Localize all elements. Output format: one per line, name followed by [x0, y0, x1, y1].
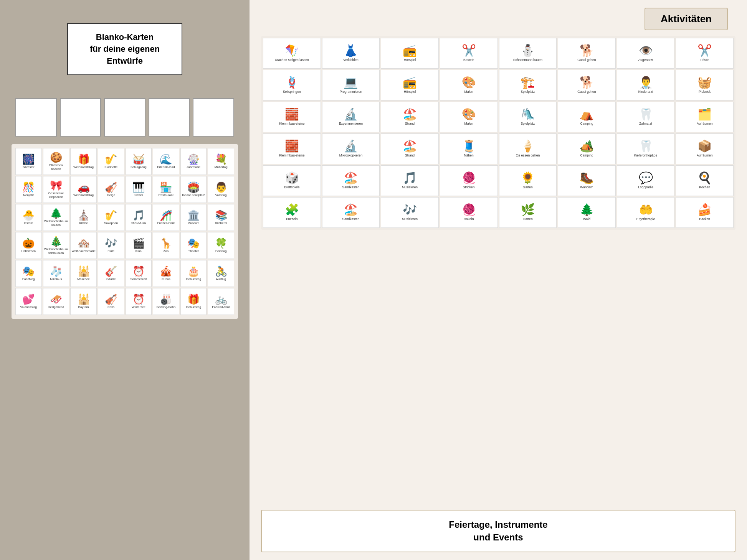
- blank-card-3: [104, 98, 145, 137]
- card-item: ⏰Sommerzeit: [126, 260, 152, 287]
- activity-label: Klemmbau-steine: [279, 153, 304, 157]
- card-label: Cello: [107, 305, 114, 309]
- activity-icon: 👗: [344, 45, 358, 56]
- card-label: Kino: [136, 249, 142, 253]
- activity-label: Logopädie: [638, 185, 653, 189]
- card-label: Weihnachtsmarkt: [72, 249, 96, 253]
- card-icon: 👨: [215, 182, 227, 192]
- card-item: 🏪Restaurant: [153, 176, 179, 203]
- activity-label: Strand: [405, 153, 415, 157]
- activity-label: Picknick: [699, 90, 711, 94]
- activity-icon: 🐕: [580, 45, 594, 56]
- card-label: Bayram: [78, 305, 89, 309]
- card-item: 🕌Moschee: [70, 260, 97, 287]
- activity-label: Wald: [583, 217, 590, 221]
- card-icon: 🎹: [132, 182, 145, 192]
- activity-item: ✂️Frisör: [676, 38, 734, 69]
- activity-label: Hörspiel: [404, 58, 416, 62]
- card-item: ⛪Kirche: [70, 204, 97, 231]
- activity-label: Garten: [523, 185, 533, 189]
- activity-item: 🐕Gassi-gehen: [558, 70, 616, 100]
- activity-icon: 👁️: [639, 45, 653, 56]
- card-label: Schlagzeug: [131, 165, 147, 169]
- activity-label: Hörspiel: [404, 90, 416, 94]
- card-icon: 🎳: [160, 294, 172, 304]
- card-icon: 🏘️: [78, 238, 90, 248]
- card-item: 🎀Geschenke einpacken: [43, 176, 69, 203]
- card-item: 👨Vatertag: [208, 176, 234, 203]
- card-icon: 🎂: [187, 266, 200, 276]
- card-item: 🎸Gitarre: [98, 260, 124, 287]
- activity-item: ✂️Basteln: [440, 38, 498, 69]
- activity-icon: 💻: [344, 77, 358, 88]
- activity-icon: 🌻: [521, 172, 535, 184]
- card-icon: 🏛️: [187, 210, 200, 220]
- card-icon: 🧦: [50, 266, 62, 276]
- activity-label: Augenarzt: [638, 58, 653, 62]
- activity-item: ⛄Schneemann bauen: [499, 38, 557, 69]
- card-icon: ⏰: [132, 266, 145, 276]
- activity-label: Kochen: [699, 185, 710, 189]
- activity-item: 🎵Musizieren: [381, 165, 439, 196]
- holiday-card-grid: 🎆Silvester🍪Plätzchen backen🎁Weihnachtsta…: [15, 148, 234, 315]
- activity-item: 🌿Garten: [499, 197, 557, 228]
- activity-item: 🌻Garten: [499, 165, 557, 196]
- activity-item: 🦷Kieferorthopäde: [617, 133, 675, 164]
- activity-icon: 🏖️: [344, 204, 358, 216]
- card-label: Gitarre: [106, 277, 116, 281]
- activity-item: 🎲Brettspiele: [263, 165, 321, 196]
- activity-icon: ✂️: [462, 45, 476, 56]
- card-item: 🎃Halloween: [15, 232, 42, 259]
- card-icon: 🕌: [78, 266, 90, 276]
- activity-item: 🔬Mikroskop-ieren: [322, 133, 380, 164]
- card-label: Fahrrad-Tour: [212, 305, 230, 309]
- activity-item: 🎨Malen: [440, 102, 498, 132]
- activity-label: Nähen: [464, 153, 474, 157]
- activity-label: Spielplatz: [521, 90, 535, 94]
- card-icon: 🏟️: [187, 182, 200, 192]
- activity-icon: 🌲: [580, 204, 594, 216]
- card-icon: 💐: [215, 154, 227, 164]
- card-item: 🏘️Weihnachtsmarkt: [70, 232, 97, 259]
- card-icon: 🎭: [187, 238, 200, 248]
- card-item: 🎻Cello: [98, 288, 124, 315]
- card-icon: 🎀: [50, 180, 62, 190]
- card-label: Nikolaus: [50, 277, 62, 281]
- activity-label: Gassi-gehen: [577, 58, 596, 62]
- activity-item: 🍦Eis essen gehen: [499, 133, 557, 164]
- activity-icon: 🌿: [521, 204, 535, 216]
- card-label: Circus: [162, 277, 170, 281]
- activity-item: 🧶Häkeln: [440, 197, 498, 228]
- activity-icon: 🎨: [462, 109, 476, 120]
- activity-item: 🏖️Strand: [381, 133, 439, 164]
- card-item: 🎁Weihnachtstag: [70, 148, 97, 175]
- activity-label: Frisör: [701, 58, 709, 62]
- activity-icon: ⛄: [521, 45, 535, 56]
- card-label: Zoo: [164, 249, 169, 253]
- activity-label: Brettspiele: [284, 185, 299, 189]
- card-label: Chor/Musik: [131, 221, 146, 225]
- blanko-title: Blanko-Karten für deine eigenen Entwürfe: [79, 31, 170, 67]
- card-label: Valentinstag: [20, 305, 37, 309]
- activity-icon: 🎲: [285, 172, 299, 184]
- card-icon: 🍪: [50, 152, 62, 162]
- card-item: 🍀Feiertag: [208, 232, 234, 259]
- activity-icon: 🤲: [639, 204, 653, 216]
- aktivitaeten-title-box: Aktivitäten: [645, 8, 728, 30]
- card-item: 🏟️Indoor Spielplatz: [180, 176, 207, 203]
- activity-icon: 🧺: [697, 77, 712, 88]
- card-icon: 🎷: [105, 210, 117, 220]
- activity-label: Puzzeln: [286, 217, 297, 221]
- card-item: 🎻Geige: [98, 176, 124, 203]
- activity-item: 👁️Augenarzt: [617, 38, 675, 69]
- blank-card-2: [60, 98, 101, 137]
- card-label: Jahrmarkt: [187, 165, 200, 169]
- card-label: Ausflug: [216, 277, 226, 281]
- card-label: Vatertag: [215, 193, 227, 197]
- card-item: 🚲Fahrrad-Tour: [208, 288, 234, 315]
- activity-item: 💻Programmieren: [322, 70, 380, 100]
- activity-item: 🌲Wald: [558, 197, 616, 228]
- activity-label: Programmieren: [340, 90, 362, 94]
- activity-icon: 🍦: [521, 140, 535, 152]
- card-icon: 🚴: [215, 266, 227, 276]
